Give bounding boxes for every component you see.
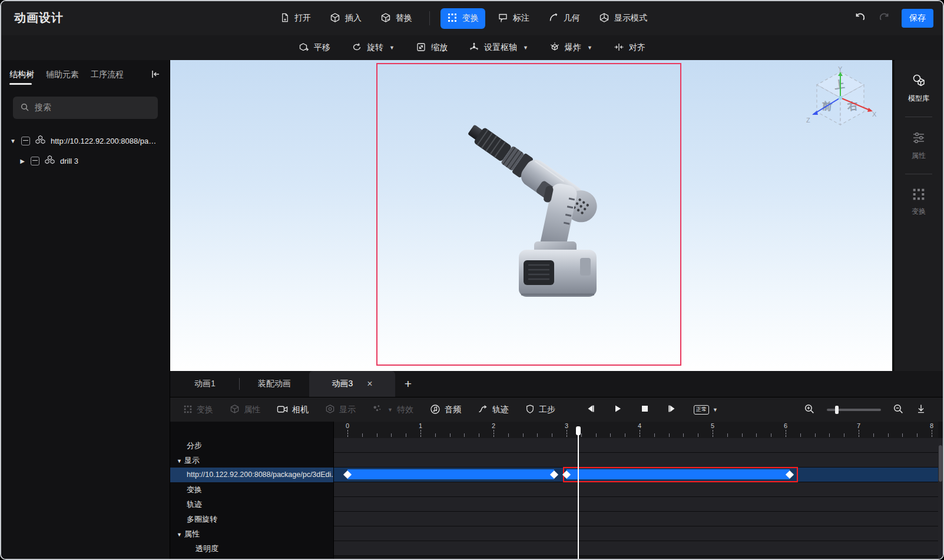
- track-row[interactable]: [334, 453, 938, 468]
- search-input[interactable]: 搜索: [13, 97, 158, 119]
- effects-dropdown-caret[interactable]: ▼: [387, 407, 393, 413]
- pan-cube-icon: [299, 42, 309, 54]
- save-button[interactable]: 保存: [902, 9, 933, 28]
- keyframe-lane[interactable]: [334, 468, 938, 482]
- kf-step-button[interactable]: 工步: [525, 404, 555, 416]
- track-label-multiturn[interactable]: 多圈旋转: [170, 512, 333, 526]
- rotate-dropdown-caret[interactable]: ▼: [389, 45, 395, 51]
- track-label-opacity[interactable]: 透明度: [170, 541, 333, 556]
- tree-item-drill3[interactable]: ▶ drill 3: [1, 151, 170, 171]
- insert-button[interactable]: 插入: [323, 8, 368, 29]
- display-mode-button[interactable]: 显示模式: [592, 8, 654, 29]
- dock-model-library[interactable]: 模型库: [908, 69, 929, 107]
- step-forward-button[interactable]: [667, 403, 677, 416]
- dock-transform-label: 变换: [912, 207, 926, 217]
- playhead[interactable]: [578, 426, 579, 559]
- scrollbar-thumb[interactable]: [939, 445, 942, 482]
- timeline-tab-assembly[interactable]: 装配动画: [240, 371, 309, 397]
- tab-structure-tree[interactable]: 结构树: [9, 61, 34, 88]
- geometry-button[interactable]: 几何: [542, 8, 587, 29]
- caret-down-icon[interactable]: ▼: [177, 532, 182, 538]
- tab-auxiliary-elements[interactable]: 辅助元素: [46, 61, 79, 88]
- visibility-checkbox-indeterminate[interactable]: [31, 157, 39, 165]
- tab-process-flow[interactable]: 工序流程: [91, 61, 124, 88]
- track-label-display-group[interactable]: ▼显示: [170, 453, 333, 468]
- export-download-icon[interactable]: [916, 403, 926, 416]
- close-tab-icon[interactable]: ×: [367, 379, 372, 389]
- group-label: 属性: [184, 529, 200, 538]
- kf-effects-button[interactable]: ▼ 特效: [372, 404, 413, 416]
- zoom-out-icon[interactable]: [893, 403, 904, 417]
- align-button[interactable]: 对齐: [614, 42, 645, 54]
- scale-button[interactable]: 缩放: [416, 42, 448, 54]
- track-row[interactable]: [334, 438, 938, 453]
- transform-mode-button[interactable]: 变换: [440, 8, 485, 29]
- play-button[interactable]: [612, 403, 623, 416]
- structure-panel: 结构树 辅助元素 工序流程 搜索 ▼ http://10.122.92.200:…: [1, 60, 170, 559]
- cube-icon: [230, 404, 240, 416]
- track-row[interactable]: [334, 482, 938, 497]
- set-pivot-button[interactable]: 设置枢轴 ▼: [469, 42, 528, 54]
- redo-button[interactable]: [877, 11, 892, 26]
- timeline-tab-anim1[interactable]: 动画1: [170, 371, 240, 397]
- ruler-tick: [815, 433, 816, 437]
- visibility-checkbox-indeterminate[interactable]: [21, 137, 30, 145]
- track-label-transform[interactable]: 变换: [170, 482, 333, 497]
- explode-label: 爆炸: [565, 42, 581, 53]
- set-pivot-dropdown-caret[interactable]: ▼: [523, 45, 528, 51]
- track-label-trajectory[interactable]: 轨迹: [170, 497, 333, 512]
- timeline-tab-anim3[interactable]: 动画3 ×: [309, 371, 395, 397]
- navigation-cube[interactable]: 上 前 右 Y X Z: [805, 66, 877, 133]
- timeline-vertical-scrollbar[interactable]: [938, 438, 943, 559]
- explode-button[interactable]: 爆炸 ▼: [549, 42, 592, 54]
- track-row[interactable]: [334, 512, 938, 526]
- track-row[interactable]: [334, 526, 938, 541]
- timeline-tracks[interactable]: 012345678: [333, 422, 943, 559]
- kf-camera-button[interactable]: 相机: [277, 405, 309, 416]
- drill-model[interactable]: [465, 114, 606, 317]
- timeline-zoom-slider[interactable]: [827, 409, 881, 411]
- tree-item-package[interactable]: ▼ http://10.122.92.200:8088/pack...: [1, 131, 170, 151]
- kf-display-button[interactable]: 显示: [325, 404, 356, 416]
- dock-properties[interactable]: 属性: [911, 127, 926, 164]
- playhead-handle[interactable]: [576, 426, 581, 435]
- replace-button[interactable]: 替换: [374, 8, 419, 29]
- kf-transform-button[interactable]: 变换: [183, 405, 213, 416]
- viewport-3d[interactable]: 上 前 右 Y X Z: [170, 60, 892, 371]
- track-label-object-url[interactable]: http://10.122.92.200:8088/package/pc/3dE…: [170, 468, 333, 482]
- zoom-in-icon[interactable]: [804, 403, 815, 417]
- dock-transform[interactable]: 变换: [912, 184, 926, 220]
- zoom-slider-knob[interactable]: [835, 406, 839, 414]
- ruler-second-label: 2: [492, 422, 495, 429]
- track-row[interactable]: [334, 541, 938, 556]
- kf-property-button[interactable]: 属性: [230, 404, 260, 416]
- caret-down-icon[interactable]: ▼: [9, 138, 16, 144]
- collapse-panel-button[interactable]: [150, 68, 161, 82]
- kf-audio-button[interactable]: 音频: [430, 404, 461, 416]
- ruler-tick: [610, 433, 611, 437]
- trajectory-icon: [478, 405, 488, 416]
- step-backward-button[interactable]: [585, 403, 596, 416]
- annotate-button[interactable]: 标注: [491, 8, 536, 29]
- scale-icon: [416, 42, 426, 54]
- pan-button[interactable]: 平移: [299, 42, 330, 54]
- undo-button[interactable]: [852, 11, 867, 26]
- timeline-ruler[interactable]: 012345678: [334, 422, 938, 439]
- top-bar-right: 保存: [852, 1, 933, 35]
- caret-down-icon[interactable]: ▼: [177, 458, 182, 464]
- open-button[interactable]: 打开: [273, 8, 317, 29]
- track-label-property-group[interactable]: ▼属性: [170, 526, 333, 541]
- playback-speed-button[interactable]: 正常 ▼: [694, 405, 718, 414]
- rotate-label: 旋转: [367, 42, 383, 53]
- track-row[interactable]: [334, 497, 938, 512]
- track-label-steps[interactable]: 分步: [170, 438, 333, 453]
- kf-track-button[interactable]: 轨迹: [478, 405, 509, 416]
- kf-camera-label: 相机: [292, 405, 309, 415]
- keyframe-segment[interactable]: [347, 469, 554, 479]
- search-placeholder: 搜索: [35, 102, 51, 113]
- caret-right-icon[interactable]: ▶: [19, 158, 26, 164]
- rotate-button[interactable]: 旋转 ▼: [352, 42, 395, 54]
- stop-button[interactable]: [640, 403, 650, 416]
- add-animation-tab-button[interactable]: +: [395, 371, 421, 397]
- explode-dropdown-caret[interactable]: ▼: [587, 45, 592, 51]
